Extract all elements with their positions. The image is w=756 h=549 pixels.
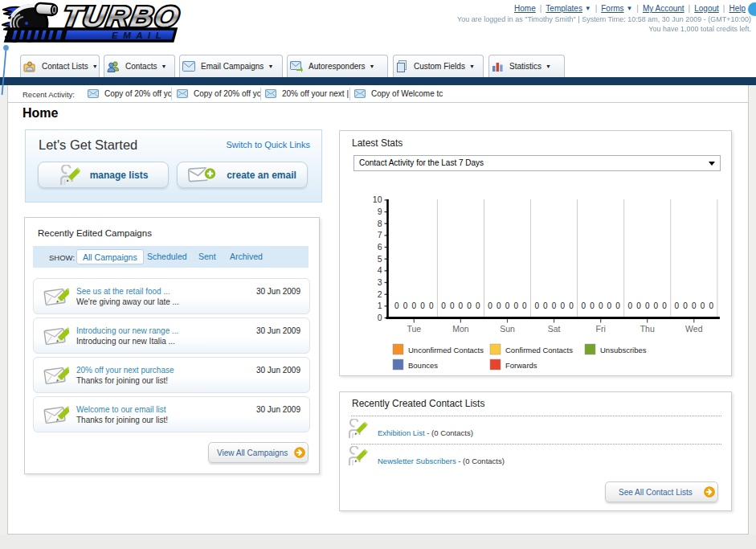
svg-text:0: 0: [552, 301, 557, 310]
svg-text:0: 0: [441, 301, 446, 310]
svg-text:0: 0: [505, 301, 510, 310]
svg-text:0: 0: [675, 301, 680, 310]
svg-text:0: 0: [582, 301, 586, 310]
svg-text:Sat: Sat: [548, 324, 561, 334]
svg-text:0: 0: [628, 301, 633, 310]
svg-text:0: 0: [476, 301, 480, 310]
svg-text:Mon: Mon: [452, 324, 469, 334]
svg-text:0: 0: [497, 301, 501, 310]
svg-text:0: 0: [522, 301, 527, 310]
svg-text:0: 0: [701, 301, 705, 310]
svg-text:0: 0: [599, 301, 603, 310]
svg-text:0: 0: [607, 301, 612, 310]
svg-text:4: 4: [378, 265, 382, 275]
svg-text:EMAIL: EMAIL: [112, 31, 166, 40]
svg-text:0: 0: [467, 301, 472, 310]
svg-text:0: 0: [534, 301, 539, 310]
svg-text:0: 0: [543, 301, 548, 310]
svg-text:10: 10: [373, 195, 382, 204]
svg-text:Unconfirmed Contacts: Unconfirmed Contacts: [408, 346, 484, 354]
svg-text:0: 0: [403, 301, 408, 310]
svg-text:Tue: Tue: [407, 324, 421, 334]
svg-text:0: 0: [569, 301, 574, 310]
svg-text:Sun: Sun: [500, 324, 515, 334]
svg-text:0: 0: [513, 301, 518, 310]
svg-text:0: 0: [709, 301, 713, 310]
svg-text:0: 0: [590, 301, 595, 310]
svg-text:0: 0: [683, 301, 688, 310]
svg-text:0: 0: [394, 301, 399, 310]
svg-text:0: 0: [488, 301, 492, 310]
svg-text:0: 0: [636, 301, 641, 310]
svg-text:9: 9: [378, 207, 382, 216]
svg-text:0: 0: [378, 313, 382, 322]
svg-text:0: 0: [420, 301, 425, 310]
svg-text:1: 1: [378, 301, 382, 310]
svg-text:0: 0: [412, 301, 417, 310]
svg-text:0: 0: [450, 301, 455, 310]
svg-text:8: 8: [378, 219, 382, 228]
svg-text:6: 6: [378, 242, 382, 252]
svg-text:3: 3: [378, 277, 382, 287]
svg-text:0: 0: [662, 301, 667, 310]
svg-text:7: 7: [378, 230, 382, 240]
svg-text:Thu: Thu: [640, 324, 655, 334]
svg-text:Forwards: Forwards: [505, 361, 537, 370]
svg-text:Confirmed Contacts: Confirmed Contacts: [505, 346, 573, 354]
svg-text:0: 0: [429, 301, 434, 310]
svg-text:0: 0: [615, 301, 620, 310]
svg-text:Wed: Wed: [685, 324, 703, 334]
svg-text:0: 0: [561, 301, 566, 310]
svg-text:Bounces: Bounces: [408, 361, 438, 370]
svg-text:Fri: Fri: [596, 324, 606, 334]
svg-text:Unsubscribes: Unsubscribes: [600, 346, 647, 354]
svg-text:0: 0: [459, 301, 464, 310]
svg-text:0: 0: [654, 301, 659, 310]
svg-text:2: 2: [378, 289, 382, 299]
svg-text:5: 5: [378, 254, 382, 264]
svg-text:0: 0: [645, 301, 650, 310]
svg-text:0: 0: [692, 301, 697, 310]
